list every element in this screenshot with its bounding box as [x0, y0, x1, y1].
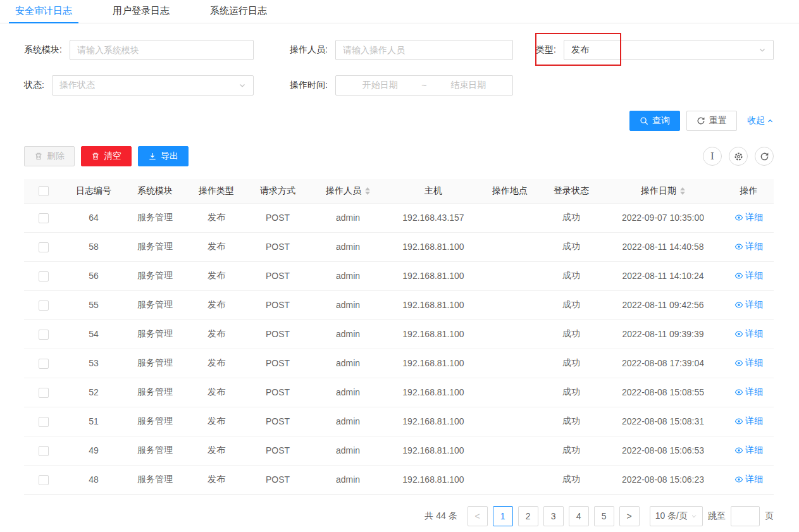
trash-icon	[34, 152, 43, 161]
header-operator-label: 操作人员	[326, 185, 361, 197]
delete-button-label: 删除	[47, 151, 65, 162]
cell-op-date: 2022-08-08 15:08:55	[602, 378, 724, 407]
chevron-up-icon	[767, 118, 774, 125]
header-op-type: 操作类型	[186, 179, 247, 203]
page-button-3[interactable]: 3	[543, 506, 564, 526]
detail-link[interactable]: 详细	[734, 270, 763, 281]
table-row: 56 服务管理 发布 POST admin 192.168.81.100 成功 …	[24, 261, 774, 290]
page-button-1[interactable]: 1	[493, 506, 513, 526]
filter-op-time: 操作时间: 开始日期 ~ 结束日期	[290, 75, 513, 96]
refresh-button[interactable]	[755, 147, 774, 166]
cell-location	[480, 436, 540, 465]
prev-page-button[interactable]: <	[468, 506, 488, 526]
select-all-checkbox[interactable]	[39, 186, 49, 196]
eye-icon	[734, 242, 743, 251]
search-button[interactable]: 查询	[629, 111, 680, 131]
date-range-picker[interactable]: 开始日期 ~ 结束日期	[335, 75, 513, 96]
reset-button[interactable]: 重置	[686, 111, 737, 131]
tab-system-run-log[interactable]: 系统运行日志	[204, 0, 273, 23]
type-select-value: 发布	[571, 44, 759, 56]
detail-label: 详细	[745, 328, 763, 340]
jump-page-input[interactable]	[731, 506, 760, 526]
system-module-input-wrapper	[70, 40, 254, 60]
header-module: 系统模块	[124, 179, 186, 203]
cell-host: 192.168.81.100	[387, 465, 480, 494]
cell-module: 服务管理	[124, 290, 186, 319]
cell-host: 192.168.81.100	[387, 319, 480, 349]
cell-login-status: 成功	[540, 436, 602, 465]
row-checkbox[interactable]	[39, 417, 49, 427]
end-date-placeholder: 结束日期	[431, 80, 505, 91]
table-row: 49 服务管理 发布 POST admin 192.168.81.100 成功 …	[24, 436, 774, 465]
row-checkbox[interactable]	[39, 388, 49, 398]
row-checkbox[interactable]	[39, 446, 49, 456]
cell-checkbox	[24, 349, 63, 378]
start-date-placeholder: 开始日期	[343, 80, 418, 91]
column-settings-button[interactable]	[729, 147, 748, 166]
jump-label: 跳至	[708, 510, 726, 522]
tab-user-login-log[interactable]: 用户登录日志	[106, 0, 176, 23]
cell-action: 详细	[724, 436, 774, 465]
row-checkbox[interactable]	[39, 300, 49, 311]
row-checkbox[interactable]	[39, 330, 49, 340]
detail-label: 详细	[745, 387, 763, 398]
detail-link[interactable]: 详细	[734, 445, 763, 456]
status-select[interactable]: 操作状态	[52, 75, 254, 96]
operator-input[interactable]	[343, 45, 505, 55]
page-size-select[interactable]: 10 条/页	[650, 506, 703, 526]
export-button[interactable]: 导出	[138, 146, 189, 166]
reset-icon	[697, 116, 705, 125]
cell-location	[480, 203, 540, 232]
header-checkbox-cell	[24, 179, 63, 203]
detail-link[interactable]: 详细	[734, 387, 763, 398]
row-checkbox[interactable]	[39, 475, 49, 485]
cell-method: POST	[247, 203, 309, 232]
search-button-label: 查询	[652, 115, 670, 127]
next-page-button[interactable]: >	[619, 506, 640, 526]
cell-op-type: 发布	[186, 407, 247, 436]
detail-link[interactable]: 详细	[734, 328, 763, 340]
type-select[interactable]: 发布	[564, 40, 774, 60]
chevron-left-icon: <	[475, 511, 480, 521]
system-module-input[interactable]	[77, 45, 246, 55]
detail-link[interactable]: 详细	[734, 474, 763, 485]
detail-link[interactable]: 详细	[734, 241, 763, 252]
detail-link[interactable]: 详细	[734, 416, 763, 427]
table-header: 日志编号 系统模块 操作类型 请求方式 操作人员 主机 操作地点 登录状态 操作…	[24, 179, 774, 203]
sort-operator-icon[interactable]	[365, 187, 370, 195]
cell-checkbox	[24, 203, 63, 232]
page-button-5[interactable]: 5	[594, 506, 614, 526]
cell-checkbox	[24, 407, 63, 436]
cell-op-date: 2022-08-11 09:42:56	[602, 290, 724, 319]
row-checkbox[interactable]	[39, 271, 49, 281]
trash-icon	[91, 152, 100, 161]
filter-panel: 系统模块: 操作人员: 类型: 发布 状态: 操作状态	[0, 23, 799, 131]
delete-button[interactable]: 删除	[24, 146, 75, 166]
header-method: 请求方式	[247, 179, 309, 203]
detail-link[interactable]: 详细	[734, 357, 763, 369]
row-checkbox[interactable]	[39, 213, 49, 223]
row-checkbox[interactable]	[39, 242, 49, 252]
cell-module: 服务管理	[124, 436, 186, 465]
cell-login-status: 成功	[540, 261, 602, 290]
tab-security-audit-log[interactable]: 安全审计日志	[9, 0, 78, 23]
font-size-button[interactable]: I	[703, 147, 722, 166]
page-button-4[interactable]: 4	[569, 506, 589, 526]
clear-button[interactable]: 清空	[81, 146, 132, 166]
row-checkbox[interactable]	[39, 359, 49, 369]
collapse-link[interactable]: 收起	[747, 115, 774, 127]
sort-op-date-icon[interactable]	[680, 187, 685, 195]
filter-system-module: 系统模块:	[24, 40, 254, 60]
cell-location	[480, 261, 540, 290]
table-row: 53 服务管理 发布 POST admin 192.168.81.100 成功 …	[24, 349, 774, 378]
cell-module: 服务管理	[124, 203, 186, 232]
detail-link[interactable]: 详细	[734, 299, 763, 311]
page-button-2[interactable]: 2	[518, 506, 538, 526]
eye-icon	[734, 446, 743, 455]
cell-location	[480, 319, 540, 349]
table-row: 52 服务管理 发布 POST admin 192.168.81.100 成功 …	[24, 378, 774, 407]
cell-checkbox	[24, 436, 63, 465]
eye-icon	[734, 359, 743, 368]
detail-link[interactable]: 详细	[734, 212, 763, 223]
table-body: 64 服务管理 发布 POST admin 192.168.43.157 成功 …	[24, 203, 774, 494]
